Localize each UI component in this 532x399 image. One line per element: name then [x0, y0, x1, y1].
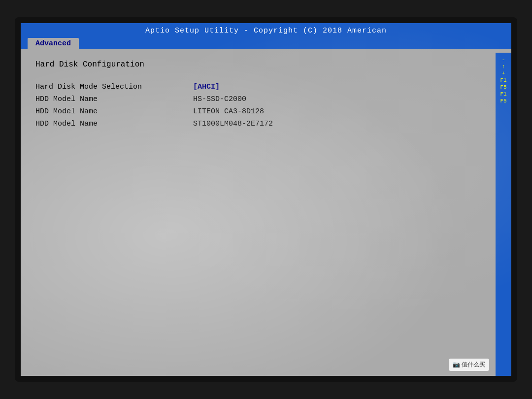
section-title: Hard Disk Configuration [35, 60, 497, 69]
main-content: Hard Disk Configuration Hard Disk Mode S… [21, 49, 511, 335]
right-sidebar: - ↑ + F1 F5 F1 F5 [496, 53, 511, 376]
config-value-1: HS-SSD-C2000 [193, 95, 246, 103]
title-bar-text: Aptio Setup Utility - Copyright (C) 2018… [145, 27, 387, 35]
sidebar-key-plus: + [502, 70, 505, 76]
watermark-text: 值什么买 [462, 361, 485, 368]
bios-container: Aptio Setup Utility - Copyright (C) 2018… [21, 23, 511, 376]
config-label-0: Hard Disk Mode Selection [35, 83, 193, 91]
config-label-3: HDD Model Name [35, 120, 193, 128]
sidebar-key-up: ↑ [502, 64, 505, 69]
table-row: Hard Disk Mode Selection [AHCI] [35, 83, 497, 91]
config-value-2: LITEON CA3-8D128 [193, 107, 264, 116]
config-label-1: HDD Model Name [35, 95, 193, 103]
table-row: HDD Model Name ST1000LM048-2E7172 [35, 120, 497, 128]
screen: Aptio Setup Utility - Copyright (C) 2018… [21, 23, 511, 376]
sidebar-key-f1: F1 [500, 77, 506, 83]
table-row: HDD Model Name HS-SSD-C2000 [35, 95, 497, 103]
monitor-bezel: Aptio Setup Utility - Copyright (C) 2018… [15, 17, 517, 382]
tab-row: Advanced [21, 38, 511, 49]
table-row: HDD Model Name LITEON CA3-8D128 [35, 107, 497, 116]
sidebar-key-minus: - [502, 57, 505, 63]
watermark-icon: 📷 [453, 361, 462, 368]
config-label-2: HDD Model Name [35, 107, 193, 116]
title-bar: Aptio Setup Utility - Copyright (C) 2018… [21, 23, 511, 38]
sidebar-key-f10: F1 [500, 91, 506, 97]
config-value-0[interactable]: [AHCI] [193, 83, 220, 91]
watermark: 📷 值什么买 [449, 359, 489, 371]
config-table: Hard Disk Mode Selection [AHCI] HDD Mode… [35, 83, 497, 128]
tab-advanced[interactable]: Advanced [28, 38, 79, 49]
sidebar-key-f10b: F5 [500, 98, 506, 104]
config-value-3: ST1000LM048-2E7172 [193, 120, 273, 128]
sidebar-key-f5: F5 [500, 84, 506, 90]
